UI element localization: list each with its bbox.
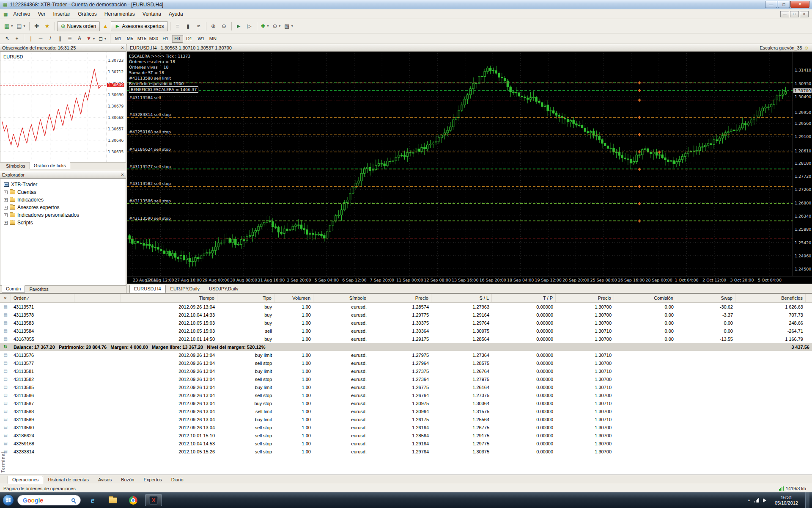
zoom-in-button[interactable]: ⊕ xyxy=(208,21,219,31)
taskbar-ie-icon[interactable]: e xyxy=(84,494,101,506)
taskbar-xtb-trader-icon[interactable]: X xyxy=(145,494,162,506)
crosshair-tool[interactable]: + xyxy=(12,34,22,43)
timeframe-w1[interactable]: W1 xyxy=(195,35,207,43)
start-button[interactable] xyxy=(3,494,14,506)
terminal-tab-historial-de-cuentas[interactable]: Historial de cuentas xyxy=(43,476,93,484)
navigator-item-scripts[interactable]: +Scripts xyxy=(0,219,126,226)
order-row-43113584[interactable]: ▤431135842012.10.05 15:03sell1.00eurusd.… xyxy=(0,327,812,335)
navigator-item-cuentas[interactable]: +Cuentas xyxy=(0,188,126,196)
profiles-button[interactable]: ▤▾ xyxy=(15,21,27,31)
candlestick-chart[interactable]: #43113584 sell#43283814 sell stop#432591… xyxy=(127,52,793,276)
menu-item-ventana[interactable]: Ventana xyxy=(139,9,165,19)
tick-chart[interactable]: EURUSD 1.307231.307121.307011.306901.306… xyxy=(0,52,126,162)
market-watch-close-icon[interactable]: × xyxy=(121,45,124,50)
new-order-button[interactable]: ⊕Nueva orden xyxy=(57,21,100,31)
favorites-button[interactable]: ★ xyxy=(42,21,52,31)
navigator-tab-comun[interactable]: Común xyxy=(2,285,25,293)
minimize-button[interactable]: — xyxy=(765,1,777,8)
menu-item-archivo[interactable]: Archivo xyxy=(9,9,34,19)
column-header-beneficios[interactable]: Beneficios xyxy=(735,294,806,302)
new-chart-button[interactable]: ▦▾ xyxy=(3,21,14,31)
show-desktop-button[interactable] xyxy=(805,492,809,508)
chart-tab-usdjpy-daily[interactable]: USDJPY,Daily xyxy=(204,285,243,293)
navigator-close-icon[interactable]: × xyxy=(121,172,124,177)
vertical-line-tool[interactable]: | xyxy=(26,34,36,43)
order-row-43113571[interactable]: ▤431135712012.09.26 13:04buy1.00eurusd.1… xyxy=(0,303,812,311)
column-header-tiempo[interactable]: Tiempo xyxy=(121,294,217,302)
timeframe-m15[interactable]: M15 xyxy=(136,35,148,43)
text-tool[interactable]: A xyxy=(75,34,84,43)
alert-button[interactable]: ▲ xyxy=(100,21,110,31)
timeframe-m5[interactable]: M5 xyxy=(124,35,136,43)
navigator-item-xtb-trader[interactable]: XTB-Trader xyxy=(0,181,126,188)
chart-tab-eurusd-h4[interactable]: EURUSD,H4 xyxy=(129,285,166,293)
cursor-tool[interactable]: ↖ xyxy=(3,34,12,43)
arrows-tool[interactable]: ▼▾ xyxy=(85,34,96,43)
zoom-out-button[interactable]: ⊖ xyxy=(219,21,229,31)
order-row-43113590[interactable]: ▤431135902012.09.26 13:04sell stop1.00eu… xyxy=(0,423,812,431)
market-watch-tab-simbolos[interactable]: Símbolos xyxy=(2,163,30,170)
navigator-item-indicadores-personalizados[interactable]: +Indicadores personalizados xyxy=(0,211,126,219)
column-header-simbolo[interactable]: Símbolo xyxy=(313,294,369,302)
terminal-tab-avisos[interactable]: Avisos xyxy=(93,476,116,484)
menu-item-herramientas[interactable]: Herramientas xyxy=(101,9,139,19)
taskbar-explorer-icon[interactable] xyxy=(104,494,121,506)
auto-scroll-button[interactable]: ► xyxy=(234,21,244,31)
expand-icon[interactable]: + xyxy=(4,206,8,210)
column-header-swap[interactable]: Swap xyxy=(676,294,735,302)
column-header-s-l[interactable]: S / L xyxy=(431,294,492,302)
close-button[interactable]: × xyxy=(790,1,809,8)
trendline-tool[interactable]: / xyxy=(46,34,55,43)
column-header-precio[interactable]: Precio xyxy=(369,294,431,302)
menu-item-ver[interactable]: Ver xyxy=(34,9,49,19)
expert-advisors-button[interactable]: ►Asesores expertos xyxy=(111,21,167,31)
terminal-tab-operaciones[interactable]: Operaciones xyxy=(8,476,43,484)
candlestick-chart-button[interactable]: ▮ xyxy=(183,21,193,31)
fibonacci-tool[interactable]: ≣ xyxy=(65,34,74,43)
order-row-43113585[interactable]: ▤431135852012.09.26 13:04buy limit1.00eu… xyxy=(0,383,812,391)
timeframe-h4[interactable]: H4 xyxy=(172,35,183,43)
templates-button[interactable]: ▧▾ xyxy=(283,21,294,31)
bar-chart-button[interactable]: ≡ xyxy=(173,21,183,31)
google-search-widget[interactable]: Google xyxy=(17,495,81,505)
menu-item-ayuda[interactable]: Ayuda xyxy=(165,9,187,19)
mdi-minimize-button[interactable]: — xyxy=(780,11,789,17)
column-header-comision[interactable]: Comisión xyxy=(614,294,676,302)
indicators-button[interactable]: ✚▾ xyxy=(259,21,271,31)
navigator-item-asesores-expertos[interactable]: +Asesores expertos xyxy=(0,204,126,211)
taskbar-clock[interactable]: 16:31 05/10/2012 xyxy=(772,495,801,506)
order-row-43113586[interactable]: ▤431135862012.09.26 13:04sell stop1.00eu… xyxy=(0,391,812,399)
order-row-43167055[interactable]: ▤431670552012.10.01 14:50buy1.00eurusd.1… xyxy=(0,335,812,343)
expand-icon[interactable]: + xyxy=(4,213,8,217)
order-row-43113578[interactable]: ▤431135782012.10.04 14:33buy1.00eurusd.1… xyxy=(0,311,812,319)
mdi-restore-button[interactable]: □ xyxy=(790,11,799,17)
timeframe-mn[interactable]: MN xyxy=(207,35,219,43)
navigator-tab-favoritos[interactable]: Favoritos xyxy=(25,286,52,293)
order-row-43113582[interactable]: ▤431135822012.09.26 13:04sell stop1.00eu… xyxy=(0,375,812,383)
volume-icon[interactable] xyxy=(763,498,768,502)
column-header-orden[interactable]: Orden ∕ xyxy=(11,294,74,302)
maximize-button[interactable]: □ xyxy=(778,1,790,8)
crosshair-button[interactable]: ✚ xyxy=(32,21,42,31)
order-row-43113576[interactable]: ▤431135762012.09.26 13:04buy limit1.00eu… xyxy=(0,351,812,359)
horizontal-line-tool[interactable]: ─ xyxy=(36,34,45,43)
timeframe-m30[interactable]: M30 xyxy=(148,35,159,43)
periods-button[interactable]: ⊙▾ xyxy=(271,21,282,31)
navigator-item-indicadores[interactable]: +Indicadores xyxy=(0,196,126,204)
channel-tool[interactable]: ∥ xyxy=(55,34,65,43)
menu-item-graficos[interactable]: Gráficos xyxy=(74,9,101,19)
column-header-volumen[interactable]: Volumen xyxy=(274,294,313,302)
chart-tab-eurjpy-daily[interactable]: EURJPY,Daily xyxy=(166,285,205,293)
order-row-43113589[interactable]: ▤431135892012.09.26 13:04buy limit1.00eu… xyxy=(0,415,812,423)
line-chart-button[interactable]: ≈ xyxy=(194,21,204,31)
terminal-tab-diario[interactable]: Diario xyxy=(167,476,188,484)
chart-shift-button[interactable]: ▷ xyxy=(244,21,255,31)
chart-date-axis[interactable]: 23 Aug 201224 Aug 12:0027 Aug 16:0029 Au… xyxy=(127,276,812,284)
network-icon[interactable] xyxy=(754,498,759,502)
taskbar-chrome-icon[interactable] xyxy=(125,494,142,506)
terminal-tab-expertos[interactable]: Expertos xyxy=(139,476,166,484)
expand-icon[interactable]: + xyxy=(4,221,8,225)
order-row-43113583[interactable]: ▤431135832012.10.05 15:03buy1.00eurusd.1… xyxy=(0,319,812,327)
column-header-t-p[interactable]: T / P xyxy=(492,294,556,302)
expand-icon[interactable]: + xyxy=(4,190,8,194)
